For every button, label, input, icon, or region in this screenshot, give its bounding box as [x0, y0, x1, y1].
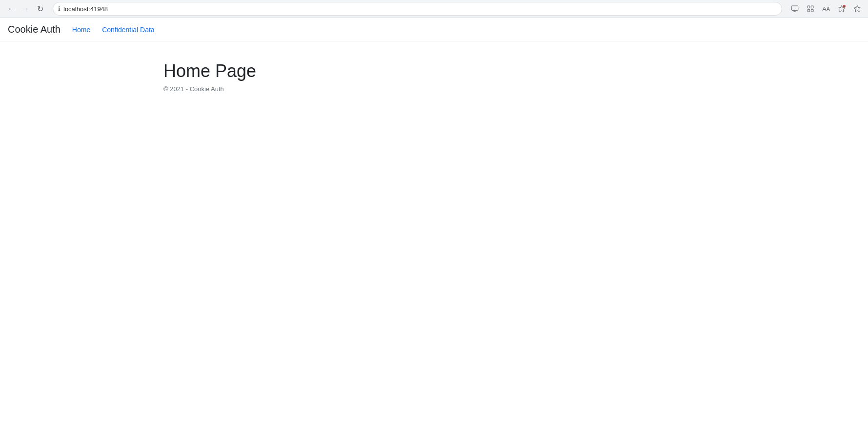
svg-rect-2 [811, 6, 813, 8]
nav-link-confidential[interactable]: Confidential Data [102, 26, 154, 34]
site-nav: Cookie Auth Home Confidential Data [0, 18, 868, 41]
svg-rect-3 [807, 9, 810, 12]
extensions-button[interactable] [804, 2, 817, 16]
svg-rect-1 [807, 6, 810, 8]
star-button[interactable] [850, 2, 864, 16]
browser-toolbar: ← → ↻ ℹ localhost:41948 [0, 0, 868, 18]
svg-rect-4 [811, 9, 813, 12]
reload-button[interactable]: ↻ [33, 2, 47, 16]
page-title: Home Page [163, 61, 868, 81]
browser-actions: AA 0 [788, 2, 864, 16]
screen-cast-button[interactable] [788, 2, 802, 16]
text-zoom-button[interactable]: AA [819, 2, 833, 16]
nav-buttons: ← → ↻ [4, 2, 47, 16]
nav-link-home[interactable]: Home [72, 26, 90, 34]
url-text: localhost:41948 [63, 5, 777, 13]
copyright-text: © 2021 - Cookie Auth [163, 85, 868, 93]
browser-chrome: ← → ↻ ℹ localhost:41948 [0, 0, 868, 18]
address-bar[interactable]: ℹ localhost:41948 [53, 2, 782, 16]
security-icon: ℹ [58, 5, 61, 12]
forward-button[interactable]: → [19, 2, 32, 16]
site-brand[interactable]: Cookie Auth [8, 24, 61, 35]
back-button[interactable]: ← [4, 2, 18, 16]
main-content: Home Page © 2021 - Cookie Auth [0, 41, 868, 93]
favorites-star-button[interactable]: 0 [835, 2, 848, 16]
svg-rect-0 [791, 6, 798, 10]
